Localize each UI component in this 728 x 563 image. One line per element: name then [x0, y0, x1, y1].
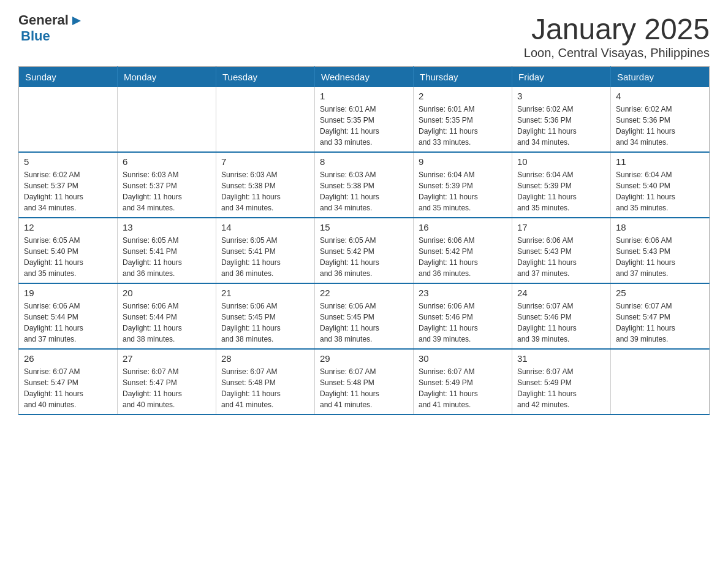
day-number: 30: [419, 353, 507, 364]
calendar-cell: 9Sunrise: 6:04 AM Sunset: 5:39 PM Daylig…: [414, 152, 512, 218]
calendar-cell: [611, 349, 710, 415]
calendar-cell: 31Sunrise: 6:07 AM Sunset: 5:49 PM Dayli…: [512, 349, 611, 415]
day-number: 5: [24, 156, 112, 167]
calendar-cell: 10Sunrise: 6:04 AM Sunset: 5:39 PM Dayli…: [512, 152, 611, 218]
day-info: Sunrise: 6:05 AM Sunset: 5:40 PM Dayligh…: [24, 235, 112, 279]
logo-blue-text: Blue: [21, 28, 50, 44]
day-number: 28: [221, 353, 309, 364]
day-number: 17: [517, 222, 605, 232]
day-number: 1: [320, 91, 408, 101]
day-info: Sunrise: 6:07 AM Sunset: 5:47 PM Dayligh…: [123, 366, 211, 410]
day-info: Sunrise: 6:06 AM Sunset: 5:44 PM Dayligh…: [123, 301, 211, 345]
logo-general-text: General: [18, 12, 69, 28]
day-info: Sunrise: 6:07 AM Sunset: 5:49 PM Dayligh…: [517, 366, 605, 410]
day-number: 19: [24, 288, 112, 298]
calendar-cell: 2Sunrise: 6:01 AM Sunset: 5:35 PM Daylig…: [414, 87, 512, 152]
day-info: Sunrise: 6:07 AM Sunset: 5:47 PM Dayligh…: [24, 366, 112, 410]
day-number: 4: [616, 91, 704, 101]
calendar-cell: 28Sunrise: 6:07 AM Sunset: 5:48 PM Dayli…: [216, 349, 315, 415]
calendar-cell: 21Sunrise: 6:06 AM Sunset: 5:45 PM Dayli…: [216, 283, 315, 349]
calendar-cell: [118, 87, 216, 152]
calendar-body: 1Sunrise: 6:01 AM Sunset: 5:35 PM Daylig…: [19, 87, 710, 415]
calendar-cell: 17Sunrise: 6:06 AM Sunset: 5:43 PM Dayli…: [512, 218, 611, 283]
day-number: 10: [517, 156, 605, 167]
day-info: Sunrise: 6:03 AM Sunset: 5:38 PM Dayligh…: [221, 169, 309, 213]
day-number: 26: [24, 353, 112, 364]
day-number: 7: [221, 156, 309, 167]
day-info: Sunrise: 6:07 AM Sunset: 5:47 PM Dayligh…: [616, 301, 704, 345]
day-number: 25: [616, 288, 704, 298]
day-of-week-tuesday: Tuesday: [216, 67, 315, 88]
calendar-cell: 7Sunrise: 6:03 AM Sunset: 5:38 PM Daylig…: [216, 152, 315, 218]
day-of-week-thursday: Thursday: [414, 67, 512, 88]
logo[interactable]: General Blue: [18, 12, 83, 44]
day-info: Sunrise: 6:04 AM Sunset: 5:39 PM Dayligh…: [419, 169, 507, 213]
calendar-week-5: 26Sunrise: 6:07 AM Sunset: 5:47 PM Dayli…: [19, 349, 710, 415]
calendar-cell: 22Sunrise: 6:06 AM Sunset: 5:45 PM Dayli…: [315, 283, 414, 349]
day-number: 3: [517, 91, 605, 101]
calendar-week-2: 5Sunrise: 6:02 AM Sunset: 5:37 PM Daylig…: [19, 152, 710, 218]
day-info: Sunrise: 6:01 AM Sunset: 5:35 PM Dayligh…: [419, 104, 507, 148]
day-number: 6: [123, 156, 211, 167]
day-info: Sunrise: 6:06 AM Sunset: 5:43 PM Dayligh…: [616, 235, 704, 279]
day-info: Sunrise: 6:07 AM Sunset: 5:48 PM Dayligh…: [221, 366, 309, 410]
day-info: Sunrise: 6:05 AM Sunset: 5:42 PM Dayligh…: [320, 235, 408, 279]
day-info: Sunrise: 6:06 AM Sunset: 5:45 PM Dayligh…: [320, 301, 408, 345]
day-number: 15: [320, 222, 408, 232]
day-info: Sunrise: 6:07 AM Sunset: 5:48 PM Dayligh…: [320, 366, 408, 410]
calendar-cell: 25Sunrise: 6:07 AM Sunset: 5:47 PM Dayli…: [611, 283, 710, 349]
calendar-cell: 20Sunrise: 6:06 AM Sunset: 5:44 PM Dayli…: [118, 283, 216, 349]
calendar-cell: 19Sunrise: 6:06 AM Sunset: 5:44 PM Dayli…: [19, 283, 118, 349]
calendar-cell: 23Sunrise: 6:06 AM Sunset: 5:46 PM Dayli…: [414, 283, 512, 349]
page-header: General Blue January 2025 Loon, Central …: [18, 12, 710, 60]
calendar-week-1: 1Sunrise: 6:01 AM Sunset: 5:35 PM Daylig…: [19, 87, 710, 152]
calendar-cell: [19, 87, 118, 152]
calendar-cell: 27Sunrise: 6:07 AM Sunset: 5:47 PM Dayli…: [118, 349, 216, 415]
day-info: Sunrise: 6:01 AM Sunset: 5:35 PM Dayligh…: [320, 104, 408, 148]
day-info: Sunrise: 6:06 AM Sunset: 5:46 PM Dayligh…: [419, 301, 507, 345]
calendar-cell: [216, 87, 315, 152]
day-number: 24: [517, 288, 605, 298]
day-info: Sunrise: 6:02 AM Sunset: 5:36 PM Dayligh…: [517, 104, 605, 148]
day-number: 21: [221, 288, 309, 298]
location-title: Loon, Central Visayas, Philippines: [524, 46, 710, 60]
day-number: 29: [320, 353, 408, 364]
title-block: January 2025 Loon, Central Visayas, Phil…: [524, 12, 710, 60]
days-of-week-row: SundayMondayTuesdayWednesdayThursdayFrid…: [19, 67, 710, 88]
day-of-week-friday: Friday: [512, 67, 611, 88]
calendar-cell: 29Sunrise: 6:07 AM Sunset: 5:48 PM Dayli…: [315, 349, 414, 415]
day-info: Sunrise: 6:06 AM Sunset: 5:44 PM Dayligh…: [24, 301, 112, 345]
day-number: 23: [419, 288, 507, 298]
calendar-cell: 24Sunrise: 6:07 AM Sunset: 5:46 PM Dayli…: [512, 283, 611, 349]
day-of-week-saturday: Saturday: [611, 67, 710, 88]
day-number: 27: [123, 353, 211, 364]
day-of-week-sunday: Sunday: [19, 67, 118, 88]
logo-arrow-icon: [70, 14, 83, 28]
calendar-cell: 6Sunrise: 6:03 AM Sunset: 5:37 PM Daylig…: [118, 152, 216, 218]
day-number: 13: [123, 222, 211, 232]
day-number: 9: [419, 156, 507, 167]
day-info: Sunrise: 6:07 AM Sunset: 5:46 PM Dayligh…: [517, 301, 605, 345]
month-title: January 2025: [524, 12, 710, 46]
calendar-cell: 11Sunrise: 6:04 AM Sunset: 5:40 PM Dayli…: [611, 152, 710, 218]
calendar-cell: 12Sunrise: 6:05 AM Sunset: 5:40 PM Dayli…: [19, 218, 118, 283]
calendar-cell: 3Sunrise: 6:02 AM Sunset: 5:36 PM Daylig…: [512, 87, 611, 152]
calendar-header: SundayMondayTuesdayWednesdayThursdayFrid…: [19, 67, 710, 88]
day-number: 14: [221, 222, 309, 232]
day-info: Sunrise: 6:04 AM Sunset: 5:40 PM Dayligh…: [616, 169, 704, 213]
day-info: Sunrise: 6:03 AM Sunset: 5:38 PM Dayligh…: [320, 169, 408, 213]
day-info: Sunrise: 6:06 AM Sunset: 5:42 PM Dayligh…: [419, 235, 507, 279]
calendar-cell: 30Sunrise: 6:07 AM Sunset: 5:49 PM Dayli…: [414, 349, 512, 415]
day-info: Sunrise: 6:06 AM Sunset: 5:45 PM Dayligh…: [221, 301, 309, 345]
calendar-table: SundayMondayTuesdayWednesdayThursdayFrid…: [18, 66, 710, 415]
calendar-week-4: 19Sunrise: 6:06 AM Sunset: 5:44 PM Dayli…: [19, 283, 710, 349]
svg-marker-0: [72, 17, 81, 25]
day-number: 12: [24, 222, 112, 232]
day-info: Sunrise: 6:02 AM Sunset: 5:37 PM Dayligh…: [24, 169, 112, 213]
calendar-cell: 13Sunrise: 6:05 AM Sunset: 5:41 PM Dayli…: [118, 218, 216, 283]
day-number: 18: [616, 222, 704, 232]
day-info: Sunrise: 6:04 AM Sunset: 5:39 PM Dayligh…: [517, 169, 605, 213]
calendar-cell: 15Sunrise: 6:05 AM Sunset: 5:42 PM Dayli…: [315, 218, 414, 283]
day-number: 8: [320, 156, 408, 167]
calendar-cell: 4Sunrise: 6:02 AM Sunset: 5:36 PM Daylig…: [611, 87, 710, 152]
